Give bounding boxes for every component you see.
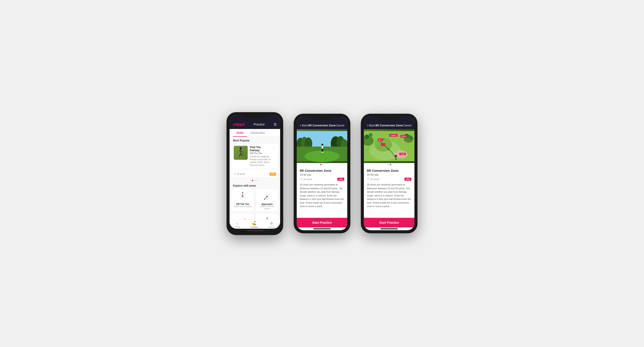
hamburger-icon[interactable]: ☰: [274, 122, 277, 127]
svg-text:ROUGH: ROUGH: [402, 136, 406, 137]
shots-info-3: ⏱ 20 shots: [367, 178, 379, 180]
screen1-content: Most Popular: [230, 137, 280, 219]
phone-2: < Back 6ft Conversion Zone Cancel: [294, 114, 350, 233]
fav-icon-3[interactable]: ♡: [408, 169, 412, 173]
drill-body-2: 20 shots are randomly generated at dista…: [300, 183, 344, 208]
bottom-nav: ⌂ Home ⛳ Activities ⊕ Capture: [230, 219, 280, 229]
svg-rect-44: [322, 149, 322, 152]
ott-icon: [236, 191, 249, 202]
favourite-icon[interactable]: ♡: [273, 146, 276, 150]
most-popular-title: Most Popular: [230, 137, 280, 143]
home-bar-inline-3: [380, 228, 398, 229]
tag-arg-2: ARG: [337, 178, 344, 181]
cancel-button-2[interactable]: Cancel: [336, 124, 344, 127]
svg-point-47: [322, 152, 324, 153]
svg-point-55: [364, 134, 369, 139]
phone-home-bar-1: [246, 230, 264, 231]
drill-title-lg-2: 6ft Conversion Zone: [300, 169, 331, 172]
drill-range-2: 10-50 yds: [300, 173, 344, 176]
detail-dot-3-2: [390, 164, 391, 165]
svg-point-0: [240, 147, 242, 150]
svg-line-4: [241, 153, 242, 156]
nav-capture[interactable]: ⊕ Capture: [268, 221, 275, 228]
nav-home-label: Home: [234, 226, 240, 228]
detail-dots-2: [297, 163, 347, 166]
drill-footer: ⏱ 10 shots OTT: [234, 172, 276, 176]
tabs-bar: Drills Favourites: [230, 129, 280, 137]
skill-name-approach: Approach: [262, 203, 272, 205]
start-practice-button-3[interactable]: Start Practice: [364, 218, 414, 227]
svg-line-5: [242, 151, 243, 155]
svg-text:FAIRWAY: FAIRWAY: [391, 135, 396, 136]
nav-activities[interactable]: ⛳ Activities: [250, 221, 258, 228]
cancel-button-3[interactable]: Cancel: [403, 124, 412, 127]
svg-rect-43: [322, 146, 323, 149]
skill-desc-ott: Power and accuracy: [234, 205, 252, 208]
phone-1: clippd Practice ☰ Drills Favourites Most…: [226, 112, 283, 235]
drill-image-map: Hit Miss FAIRWAY ROUGH SAND: [364, 129, 414, 163]
start-practice-button-2[interactable]: Start Practice: [297, 218, 347, 227]
phone-notch-1: [243, 112, 267, 118]
svg-line-9: [240, 196, 243, 199]
detail-content-3: 6ft Conversion Zone ♡ 10-50 yds ⏱ 20 sho…: [364, 166, 414, 218]
tag-arg-3: ARG: [404, 178, 412, 181]
tag-ott: OTT: [270, 173, 276, 176]
drill-title-lg-3: 6ft Conversion Zone: [367, 169, 398, 172]
detail-dot-3-1: [388, 164, 389, 165]
header-title: Practice: [254, 123, 265, 126]
skill-grid: Off The Tee Power and accuracy: [230, 189, 280, 219]
svg-line-7: [239, 193, 243, 196]
drill-range-3: 10-50 yds: [367, 173, 412, 176]
skill-card-putting[interactable]: Putting Make and lag practice: [256, 213, 278, 219]
carousel-dots: [230, 179, 280, 182]
skill-card-ott[interactable]: Off The Tee Power and accuracy: [231, 189, 254, 212]
skill-card-atg[interactable]: Around The Green Hone your short game: [231, 213, 254, 219]
clock-icon-2: ⏱: [300, 178, 302, 180]
svg-line-15: [267, 194, 270, 196]
svg-point-76: [394, 156, 396, 157]
back-button-2[interactable]: < Back: [300, 124, 308, 127]
svg-rect-45: [322, 149, 323, 152]
svg-line-8: [243, 193, 246, 196]
clock-icon: ⏱: [234, 173, 236, 175]
detail-title-3: 6ft Conversion Zone: [376, 124, 403, 127]
tab-favourites[interactable]: Favourites: [247, 129, 268, 137]
detail-dot-1: [320, 164, 322, 165]
dot-3: [256, 180, 258, 181]
shots-info-2: ⏱ 20 shots: [300, 178, 312, 180]
drill-meta-2: ⏱ 20 shots ARG: [300, 178, 344, 181]
detail-title-2: 6ft Conversion Zone: [308, 124, 336, 127]
fav-icon-2[interactable]: ♡: [341, 169, 344, 173]
svg-text:SAND: SAND: [401, 153, 404, 155]
skill-name-ott: Off The Tee: [236, 203, 249, 205]
skill-desc-approach: Dial-in to hit the green: [258, 205, 276, 210]
svg-point-42: [321, 144, 323, 146]
putting-icon: [260, 216, 274, 219]
nav-activities-label: Activities: [250, 226, 258, 228]
svg-point-78: [383, 144, 384, 145]
drill-card-find-fairway[interactable]: Find The Fairway Off The Tee Create an i…: [231, 143, 278, 169]
svg-line-3: [239, 153, 241, 156]
skill-card-approach[interactable]: Approach Dial-in to hit the green: [256, 189, 278, 212]
detail-dots-3: [364, 163, 414, 166]
approach-icon: [260, 191, 274, 202]
svg-point-18: [264, 199, 265, 200]
svg-line-14: [264, 194, 267, 196]
phone-3-screen: < Back 6ft Conversion Zone Cancel: [364, 117, 414, 230]
tab-drills[interactable]: Drills: [233, 129, 247, 137]
phone-2-screen: < Back 6ft Conversion Zone Cancel: [297, 117, 347, 230]
logo: clippd: [233, 122, 244, 127]
nav-capture-label: Capture: [268, 226, 275, 228]
golf-map-scene: Hit Miss FAIRWAY ROUGH SAND: [364, 129, 414, 163]
back-button-3[interactable]: < Back: [367, 124, 375, 127]
scene: clippd Practice ☰ Drills Favourites Most…: [214, 99, 430, 248]
svg-point-56: [369, 133, 372, 137]
home-icon: ⌂: [236, 221, 238, 225]
svg-point-29: [267, 217, 268, 218]
golf-photo-scene: [297, 129, 347, 163]
dot-2: [254, 180, 256, 181]
explore-title: Explore skill areas: [230, 182, 280, 189]
nav-home[interactable]: ⌂ Home: [234, 221, 240, 228]
drill-image-photo: [297, 129, 347, 163]
drill-card-footer: ⏱ 10 shots OTT: [231, 169, 278, 178]
